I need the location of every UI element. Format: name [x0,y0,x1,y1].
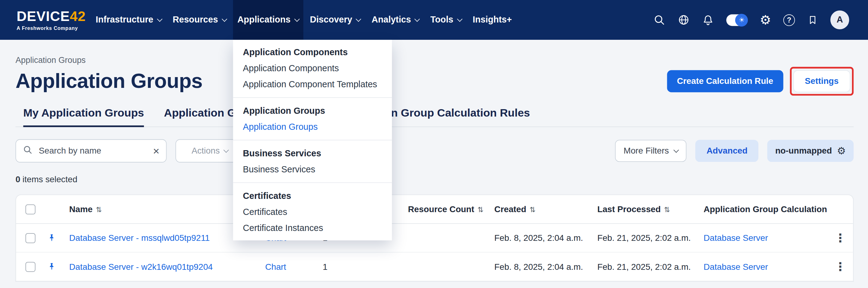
last-processed-cell: Feb. 21, 2025, 2:02 a.m. [586,262,690,272]
more-filters-button[interactable]: More Filters [615,140,687,162]
select-all-checkbox[interactable] [25,204,35,214]
nav-applications-label: Applications [237,15,290,25]
application-groups-page: DEVICE42 A Freshworks Company Infrastruc… [0,0,868,288]
nav-analytics[interactable]: Analytics [367,0,424,40]
more-filters-label: More Filters [624,146,669,156]
chevron-down-icon [223,147,229,153]
table-row: Database Server - mssqlwd05tp9211 Chart … [16,224,853,253]
saved-filter-label: no-unmapped [775,146,832,156]
nav-analytics-label: Analytics [372,15,411,25]
menu-section-header: Application Components [233,44,392,60]
nav-discovery[interactable]: Discovery [306,0,365,40]
tab-my-application-groups[interactable]: My Application Groups [23,102,144,128]
nav-infrastructure-label: Infrastructure [96,15,153,25]
created-cell: Feb. 8, 2025, 2:04 a.m. [481,262,586,272]
top-navbar: DEVICE42 A Freshworks Company Infrastruc… [0,0,868,40]
column-header-last-processed[interactable]: Last Processed⇅ [586,204,690,214]
page-header-actions: Create Calculation Rule Settings [667,67,854,96]
avatar-initial: A [836,15,843,25]
search-icon [23,145,32,157]
resource-count-cell: 1 [319,262,481,272]
row-checkbox[interactable] [25,233,35,243]
column-header-created[interactable]: Created⇅ [481,204,586,214]
group-name-link[interactable]: Database Server - w2k16wq01tp9204 [65,262,261,272]
calculation-rule-link[interactable]: Database Server [690,262,828,272]
menu-section-header: Application Groups [233,103,392,119]
menu-item-application-components[interactable]: Application Components [233,60,392,76]
chevron-down-icon [157,16,162,22]
device42-wordmark: DEVICE42 [17,9,86,23]
nav-resources[interactable]: Resources [168,0,231,40]
last-processed-cell: Feb. 21, 2025, 2:02 a.m. [586,233,690,243]
menu-divider [233,182,392,183]
menu-item-business-services[interactable]: Business Services [233,161,392,177]
table-row: Database Server - w2k16wq01tp9204 Chart … [16,253,853,281]
table-header-row: Name⇅ Chart Resource Count⇅ Created⇅ Las… [16,195,853,224]
advanced-button[interactable]: Advanced [695,140,758,162]
column-header-calculation-rule[interactable]: Application Group Calculation Rule [690,204,828,214]
chevron-down-icon [457,16,462,22]
nav-insights-plus[interactable]: Insights+ [468,0,516,40]
chevron-down-icon [221,16,227,22]
kebab-menu-icon[interactable]: ⋮ [835,260,846,273]
applications-dropdown-menu: Application Components Application Compo… [233,40,392,241]
device42-logo[interactable]: DEVICE42 A Freshworks Company [17,9,86,31]
page-header: Application Groups Create Calculation Ru… [16,67,854,96]
menu-item-application-component-templates[interactable]: Application Component Templates [233,76,392,92]
sun-icon: ☀ [739,16,745,24]
theme-toggle[interactable]: ☀ [726,14,747,26]
brand-device-text: DEVICE [17,8,70,24]
sort-icon: ⇅ [530,205,536,214]
menu-item-certificates[interactable]: Certificates [233,204,392,220]
main-navigation: Infrastructure Resources Applications Ap… [91,0,517,40]
page-content: Application Groups Application Groups Cr… [0,55,868,282]
selection-count: 0 [16,175,20,184]
row-menu-cell: ⋮ [828,231,853,245]
nav-applications[interactable]: Applications Application Components Appl… [233,0,303,40]
column-header-name[interactable]: Name⇅ [65,204,261,214]
clear-search-icon[interactable]: × [153,145,159,156]
pin-icon[interactable] [45,233,65,242]
menu-section-header: Certificates [233,188,392,204]
nav-infrastructure[interactable]: Infrastructure [91,0,166,40]
created-cell: Feb. 8, 2025, 2:04 a.m. [481,233,586,243]
sort-icon: ⇅ [664,205,670,214]
search-input[interactable] [38,145,148,156]
settings-gear-icon[interactable]: ⚙ [760,13,771,26]
chevron-down-icon [294,16,300,22]
selection-label: items selected [23,175,78,184]
brand-42-text: 42 [70,8,86,24]
create-calculation-rule-button[interactable]: Create Calculation Rule [667,70,783,93]
notifications-bell-icon[interactable] [702,14,714,26]
sort-icon: ⇅ [96,205,102,214]
bookmark-icon[interactable] [807,14,818,26]
settings-button[interactable]: Settings [793,70,850,93]
filter-button-group: More Filters Advanced no-unmapped⚙ [615,140,854,162]
application-groups-table: Name⇅ Chart Resource Count⇅ Created⇅ Las… [16,194,854,282]
row-select-cell [16,262,45,272]
kebab-menu-icon[interactable]: ⋮ [835,231,846,245]
row-menu-cell: ⋮ [828,260,853,273]
saved-filter-button[interactable]: no-unmapped⚙ [768,140,854,162]
globe-icon[interactable] [678,14,690,26]
chevron-down-icon [356,16,362,22]
nav-tools[interactable]: Tools [426,0,466,40]
nav-insights-plus-label: Insights+ [473,15,512,25]
menu-item-certificate-instances[interactable]: Certificate Instances [233,220,392,236]
pin-icon[interactable] [45,262,65,271]
breadcrumb[interactable]: Application Groups [16,55,854,65]
theme-toggle-knob: ☀ [736,13,748,26]
selection-status: 0items selected [16,175,854,184]
search-icon[interactable] [653,14,665,26]
menu-item-application-groups[interactable]: Application Groups [233,119,392,135]
row-checkbox[interactable] [25,262,35,272]
row-select-cell [16,233,45,243]
user-avatar[interactable]: A [830,10,849,29]
group-name-link[interactable]: Database Server - mssqlwd05tp9211 [65,233,261,243]
menu-section-header: Business Services [233,145,392,161]
calculation-rule-link[interactable]: Database Server [690,233,828,243]
actions-label: Actions [191,146,220,156]
red-annotation-box: Settings [790,67,854,96]
chart-link[interactable]: Chart [261,262,319,272]
help-icon[interactable]: ? [783,14,795,26]
